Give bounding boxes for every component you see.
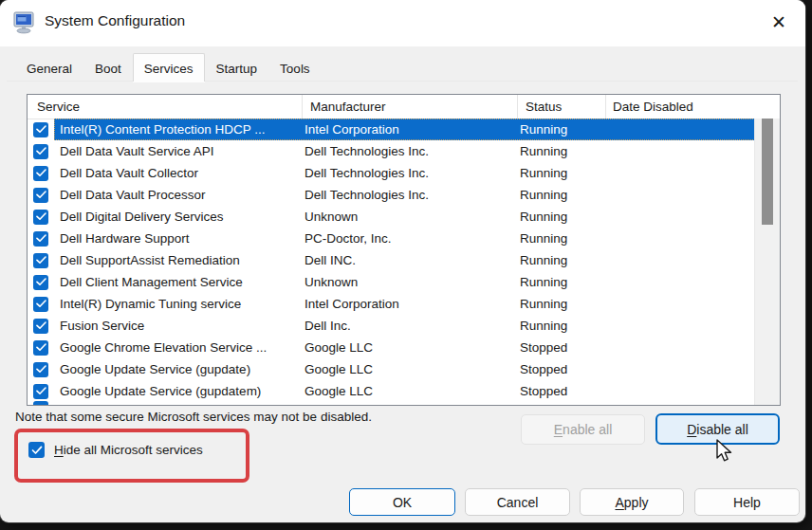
cancel-button[interactable]: Cancel bbox=[465, 488, 570, 516]
row-content[interactable]: Dell Client Management Service Unknown R… bbox=[54, 271, 755, 293]
checked-checkbox-icon[interactable] bbox=[33, 188, 48, 203]
table-row[interactable]: Fusion Service Dell Inc. Running bbox=[28, 315, 755, 337]
row-checkbox-cell bbox=[28, 275, 54, 290]
hide-microsoft-services-checkbox[interactable]: Hide all Microsoft services bbox=[28, 442, 203, 458]
cell-manufacturer: Google LLC bbox=[304, 340, 520, 355]
checked-checkbox-icon[interactable] bbox=[33, 297, 48, 312]
table-row[interactable]: Dell Hardware Support PC-Doctor, Inc. Ru… bbox=[28, 228, 755, 249]
cell-manufacturer: Google LLC bbox=[304, 384, 520, 398]
checked-checkbox-icon[interactable] bbox=[33, 166, 48, 181]
tab-startup[interactable]: Startup bbox=[205, 56, 269, 82]
tab-tools[interactable]: Tools bbox=[268, 56, 322, 82]
table-row[interactable]: Intel(R) Dynamic Tuning service Intel Co… bbox=[28, 293, 755, 315]
row-checkbox-cell bbox=[28, 166, 54, 181]
table-row[interactable]: Google Chrome Elevation Service ... Goog… bbox=[28, 337, 755, 358]
table-row[interactable]: Dell Data Vault Processor Dell Technolog… bbox=[28, 184, 755, 206]
close-button[interactable]: ✕ bbox=[762, 8, 796, 36]
system-configuration-window: System Configuration ✕ General Boot Serv… bbox=[0, 0, 805, 522]
row-checkbox-cell bbox=[28, 122, 54, 137]
msconfig-app-icon bbox=[12, 11, 37, 34]
cell-manufacturer: Dell Technologies Inc. bbox=[304, 188, 520, 202]
row-content[interactable]: Google Update Service (gupdate) Google L… bbox=[54, 358, 755, 380]
row-content[interactable]: Intel(R) Dynamic Tuning service Intel Co… bbox=[54, 293, 755, 315]
row-content[interactable]: Google Chrome Elevation Service ... Goog… bbox=[54, 337, 755, 358]
enable-all-button[interactable]: Enable all bbox=[521, 414, 645, 445]
apply-button[interactable]: Apply bbox=[580, 488, 684, 516]
row-content[interactable]: Dell Digital Delivery Services Unknown R… bbox=[54, 206, 755, 228]
checked-checkbox-icon[interactable] bbox=[33, 340, 48, 356]
column-header-date-disabled[interactable]: Date Disabled bbox=[606, 95, 780, 119]
table-row-partial[interactable] bbox=[33, 401, 48, 405]
cell-service: Dell Data Vault Service API bbox=[54, 144, 304, 158]
table-row[interactable]: Google Update Service (gupdatem) Google … bbox=[28, 380, 755, 402]
table-row[interactable]: Dell SupportAssist Remediation Dell INC.… bbox=[28, 249, 755, 271]
checked-checkbox-icon[interactable] bbox=[33, 384, 48, 399]
cell-status: Stopped bbox=[520, 384, 755, 398]
table-row[interactable]: Dell Digital Delivery Services Unknown R… bbox=[28, 206, 755, 228]
row-content[interactable]: Dell Hardware Support PC-Doctor, Inc. Ru… bbox=[54, 228, 755, 249]
tab-general[interactable]: General bbox=[15, 56, 83, 82]
list-body: Intel(R) Content Protection HDCP ... Int… bbox=[28, 119, 755, 405]
row-checkbox-cell bbox=[28, 144, 54, 159]
table-row[interactable]: Intel(R) Content Protection HDCP ... Int… bbox=[28, 119, 755, 140]
checked-checkbox-icon[interactable] bbox=[28, 442, 45, 458]
checked-checkbox-icon[interactable] bbox=[33, 319, 48, 334]
row-content[interactable]: Google Update Service (gupdatem) Google … bbox=[54, 380, 755, 402]
checked-checkbox-icon[interactable] bbox=[33, 122, 48, 137]
tab-boot[interactable]: Boot bbox=[83, 56, 133, 82]
ok-button[interactable]: OK bbox=[349, 488, 455, 516]
cell-manufacturer: Dell INC. bbox=[304, 253, 520, 267]
window-title: System Configuration bbox=[45, 12, 185, 29]
checked-checkbox-icon[interactable] bbox=[33, 253, 48, 268]
row-content[interactable]: Intel(R) Content Protection HDCP ... Int… bbox=[54, 119, 755, 140]
row-checkbox-cell bbox=[28, 253, 54, 268]
cell-service: Dell Client Management Service bbox=[54, 275, 304, 289]
checked-checkbox-icon[interactable] bbox=[33, 362, 48, 377]
column-header-service[interactable]: Service bbox=[28, 95, 303, 119]
cell-manufacturer: Unknown bbox=[304, 275, 520, 289]
row-content[interactable]: Dell SupportAssist Remediation Dell INC.… bbox=[54, 249, 755, 271]
cell-service: Dell Data Vault Processor bbox=[54, 188, 304, 202]
row-content[interactable]: Fusion Service Dell Inc. Running bbox=[54, 315, 755, 337]
checked-checkbox-icon[interactable] bbox=[33, 210, 48, 225]
cell-status: Running bbox=[520, 319, 755, 333]
title-bar: System Configuration ✕ bbox=[0, 0, 805, 46]
table-row[interactable]: Dell Client Management Service Unknown R… bbox=[28, 271, 755, 293]
row-content[interactable]: Dell Data Vault Service API Dell Technol… bbox=[54, 140, 755, 162]
row-content[interactable]: Dell Data Vault Collector Dell Technolog… bbox=[54, 162, 755, 184]
column-header-manufacturer[interactable]: Manufacturer bbox=[303, 95, 518, 119]
cell-service: Google Update Service (gupdatem) bbox=[54, 384, 304, 398]
cell-status: Stopped bbox=[520, 340, 755, 355]
checked-checkbox-icon[interactable] bbox=[33, 231, 48, 247]
cell-manufacturer: Google LLC bbox=[304, 362, 520, 376]
list-header: Service Manufacturer Status Date Disable… bbox=[28, 95, 780, 119]
row-content[interactable]: Dell Data Vault Processor Dell Technolog… bbox=[54, 184, 755, 206]
cell-status: Running bbox=[520, 166, 755, 180]
row-checkbox-cell bbox=[28, 210, 54, 225]
cell-status: Running bbox=[520, 122, 755, 137]
cell-status: Running bbox=[520, 297, 755, 311]
cell-manufacturer: Intel Corporation bbox=[304, 297, 520, 311]
disable-all-button[interactable]: Disable all bbox=[655, 413, 780, 445]
row-checkbox-cell bbox=[28, 340, 54, 356]
cell-service: Dell Digital Delivery Services bbox=[54, 210, 304, 224]
checked-checkbox-icon[interactable] bbox=[33, 275, 48, 290]
tab-services[interactable]: Services bbox=[133, 53, 205, 82]
table-row[interactable]: Dell Data Vault Service API Dell Technol… bbox=[28, 140, 755, 162]
cell-status: Running bbox=[520, 144, 755, 158]
help-button[interactable]: Help bbox=[694, 488, 800, 516]
table-row[interactable]: Google Update Service (gupdate) Google L… bbox=[28, 358, 755, 380]
row-checkbox-cell bbox=[28, 362, 54, 377]
cell-service: Fusion Service bbox=[54, 319, 304, 333]
cell-status: Running bbox=[520, 275, 755, 289]
cell-manufacturer: PC-Doctor, Inc. bbox=[304, 231, 520, 246]
note-text: Note that some secure Microsoft services… bbox=[15, 410, 372, 424]
column-header-status[interactable]: Status bbox=[518, 95, 606, 119]
cell-service: Dell SupportAssist Remediation bbox=[54, 253, 304, 267]
vertical-scrollbar[interactable] bbox=[754, 119, 780, 405]
cell-service: Intel(R) Dynamic Tuning service bbox=[54, 297, 304, 311]
scrollbar-thumb[interactable] bbox=[762, 119, 773, 225]
checked-checkbox-icon[interactable] bbox=[33, 144, 48, 159]
close-icon: ✕ bbox=[771, 11, 786, 32]
table-row[interactable]: Dell Data Vault Collector Dell Technolog… bbox=[28, 162, 755, 184]
